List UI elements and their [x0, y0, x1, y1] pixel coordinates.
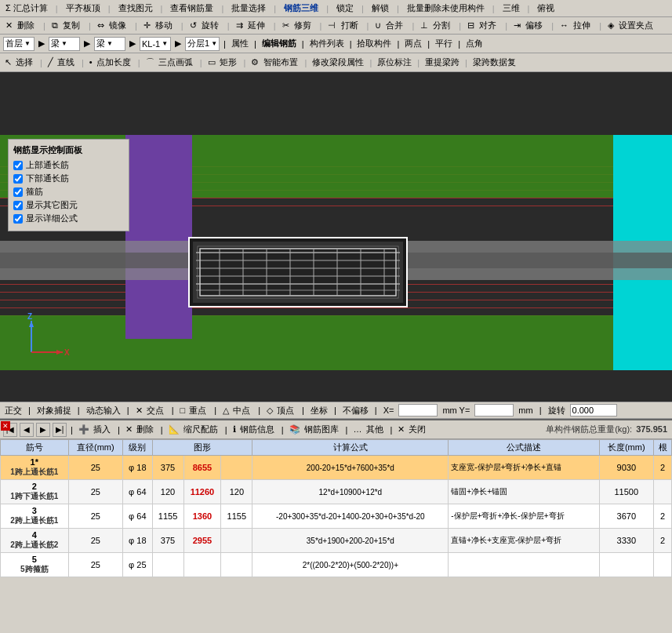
- toolbar-unlock[interactable]: 解锁: [369, 2, 391, 14]
- sublayer-select[interactable]: 分层1: [185, 37, 220, 51]
- btn-rebar-info[interactable]: ℹ 钢筋信息: [231, 424, 278, 435]
- checkbox-formula[interactable]: [13, 214, 23, 224]
- tool-extend[interactable]: ⇉ 延伸: [234, 20, 270, 31]
- checkbox-bottom-rebar[interactable]: [13, 174, 23, 184]
- y-input[interactable]: [474, 404, 514, 417]
- btn-other[interactable]: … 其他: [351, 424, 386, 435]
- tool-split[interactable]: ⊥ 分割: [418, 20, 455, 31]
- toolbar-view-rebar[interactable]: 查看钢筋量: [168, 2, 216, 14]
- tool-align[interactable]: ⊟ 对齐: [465, 20, 501, 31]
- checkbox-stirrup[interactable]: [13, 187, 23, 197]
- toolbar-lock[interactable]: 锁定: [334, 2, 356, 14]
- nav-last[interactable]: ▶|: [53, 423, 67, 437]
- tool-point-length[interactable]: • 点加长度: [88, 56, 134, 68]
- toolbar-batch-select[interactable]: 批量选择: [229, 2, 268, 14]
- code-select[interactable]: KL-1: [140, 37, 171, 51]
- snap-no-offset[interactable]: 不偏移: [341, 405, 370, 417]
- close-button[interactable]: ✕: [1, 421, 10, 431]
- checkbox-other-elem[interactable]: [13, 201, 23, 210]
- toolbar-batch-delete[interactable]: 批量删除未使用构件: [405, 2, 487, 14]
- btn-delete[interactable]: ✕ 删除: [124, 424, 157, 435]
- sep-bt2: |: [116, 425, 122, 435]
- tool-pick-member[interactable]: 拾取构件: [355, 38, 393, 49]
- toolbar-find[interactable]: 查找图元: [116, 2, 155, 14]
- element-select[interactable]: 梁: [94, 37, 125, 51]
- row-id: 5: [3, 555, 66, 564]
- snap-endpoint[interactable]: □ 重点: [179, 405, 210, 417]
- snap-vertex[interactable]: ◇ 顶点: [265, 405, 297, 417]
- tool-trim[interactable]: ✂ 修剪: [280, 20, 316, 31]
- tool-grip[interactable]: ◈ 设置夹点: [605, 20, 658, 31]
- checkbox-top-rebar[interactable]: [13, 161, 23, 170]
- tool-property[interactable]: 属性: [230, 38, 250, 49]
- tool-offset[interactable]: ⇥ 偏移: [511, 20, 547, 31]
- col-count: 根: [654, 440, 672, 456]
- btn-close[interactable]: ✕ 关闭: [396, 424, 429, 435]
- tool-two-point[interactable]: 两点: [403, 38, 423, 49]
- cell-shape-left: 120: [152, 480, 183, 504]
- canvas-area[interactable]: Z X 钢筋显示控制面板 上部通长筋 下部通长筋 箍筋: [0, 72, 672, 402]
- tool-edit-rebar[interactable]: 编辑钢筋: [260, 38, 298, 49]
- panel-item-other-elem[interactable]: 显示其它图元: [13, 199, 124, 211]
- panel-item-stirrup[interactable]: 箍筋: [13, 186, 124, 198]
- btn-scale-rebar[interactable]: 📐 缩尺配筋: [167, 424, 221, 435]
- snap-dynamic[interactable]: 动态输入: [85, 405, 122, 417]
- tool-delete[interactable]: ✕ 删除: [3, 20, 39, 31]
- btn-insert[interactable]: ➕ 插入: [77, 424, 114, 435]
- table-row[interactable]: 21跨下通长筋125φ 641201126012012*d+10900+12*d…: [1, 480, 672, 504]
- tool-modify-span[interactable]: 修改梁段属性: [311, 56, 365, 68]
- toolbar-rebar3d[interactable]: 钢筋三维: [282, 2, 321, 14]
- panel-item-bottom-rebar[interactable]: 下部通长筋: [13, 173, 124, 184]
- panel-item-top-rebar[interactable]: 上部通长筋: [13, 159, 124, 171]
- tool-copy[interactable]: ⧉ 复制: [49, 20, 85, 31]
- toolbar-3d[interactable]: 三维: [500, 2, 522, 14]
- type-select[interactable]: 梁: [49, 37, 80, 51]
- left-column: [125, 135, 192, 339]
- mm-y-label: mm Y=: [441, 406, 471, 415]
- btn-rebar-library[interactable]: 📚 钢筋图库: [288, 424, 342, 435]
- tool-stretch[interactable]: ↔ 拉伸: [558, 20, 595, 31]
- tool-point-angle[interactable]: 点角: [464, 38, 485, 49]
- cell-shape-left: 1155: [152, 504, 183, 529]
- rebar-table-container[interactable]: 筋号 直径(mm) 级别 图形 计算公式 公式描述 长度(mm) 根 1*1跨上…: [0, 439, 672, 580]
- snap-ortho[interactable]: 正交: [3, 405, 24, 417]
- snap-sep: |: [27, 406, 32, 415]
- tool-parallel[interactable]: 平行: [434, 38, 454, 49]
- tool-repick-span[interactable]: 重提梁跨: [423, 56, 461, 68]
- snap-coord[interactable]: 坐标: [309, 405, 329, 417]
- table-row[interactable]: 32跨上通长筋125φ 64115513601155-20+300+35*d-2…: [1, 504, 672, 529]
- tool-rotate[interactable]: ↺ 旋转: [187, 20, 223, 31]
- tool-rect[interactable]: ▭ 矩形: [206, 56, 240, 68]
- snap-object[interactable]: 对象捕捉: [35, 405, 73, 417]
- tool-span-data[interactable]: 梁跨数据复: [471, 56, 518, 68]
- tool-line[interactable]: ╱ 直线: [46, 56, 78, 68]
- toolbar-top-view[interactable]: 俯视: [535, 2, 557, 14]
- snap-intersection[interactable]: ✕ 交点: [134, 405, 167, 417]
- col-shape: 图形: [152, 440, 252, 456]
- toolbar-align-slab[interactable]: 平齐板顶: [64, 2, 103, 14]
- snap-midpoint[interactable]: △ 中点: [221, 405, 253, 417]
- table-row[interactable]: 1*1跨上通长筋125φ 183758655200-20+15*d+7600+3…: [1, 456, 672, 480]
- sep-bt7: |: [389, 425, 394, 435]
- nav-prev[interactable]: ◀: [20, 423, 34, 437]
- toolbar-sum[interactable]: Σ 汇总计算: [3, 2, 50, 14]
- panel-item-formula[interactable]: 显示详细公式: [13, 213, 124, 224]
- tool-mirror[interactable]: ⇔ 镜像: [95, 20, 131, 31]
- cell-desc: [449, 553, 599, 577]
- table-row[interactable]: 55跨箍筋25φ 252*((200-2*20)+(500-2*20))+: [1, 553, 672, 577]
- layer-select[interactable]: 首层: [3, 37, 35, 51]
- tool-3point-arc[interactable]: ⌒ 三点画弧: [144, 56, 196, 68]
- tool-member-list[interactable]: 构件列表: [308, 38, 346, 49]
- cell-length: 11500: [599, 480, 653, 504]
- tool-move[interactable]: ✛ 移动: [141, 20, 177, 31]
- tool-break[interactable]: ⊣ 打断: [325, 20, 362, 31]
- tool-merge[interactable]: ∪ 合并: [372, 20, 408, 31]
- tool-select[interactable]: ↖ 选择: [3, 56, 36, 68]
- tool-smart-layout[interactable]: ⚙ 智能布置: [249, 56, 300, 68]
- tool-origin-label[interactable]: 原位标注: [376, 56, 413, 68]
- table-row[interactable]: 42跨上通长筋225φ 18375295535*d+1900+200-20+15…: [1, 529, 672, 553]
- nav-next[interactable]: ▶: [36, 423, 50, 437]
- rotate-input[interactable]: [570, 404, 617, 417]
- x-label: X=: [382, 406, 396, 415]
- x-input[interactable]: [398, 404, 438, 417]
